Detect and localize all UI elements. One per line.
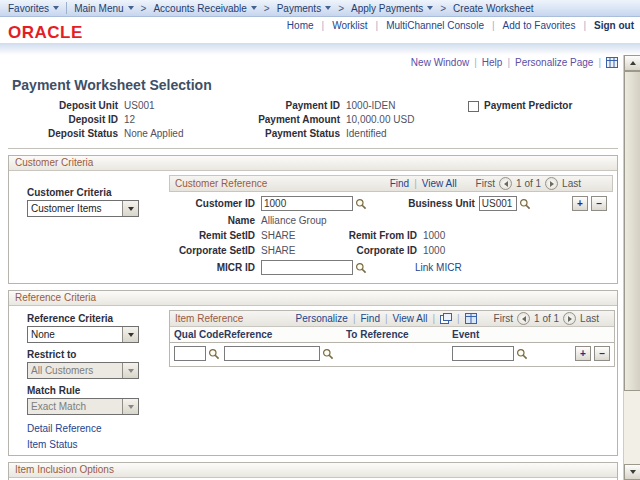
page-title: Payment Worksheet Selection — [12, 77, 623, 93]
separator — [492, 20, 495, 31]
business-unit-label: Business Unit — [408, 198, 475, 209]
corporate-row: Corporate SetID SHARE Corporate ID 1000 — [169, 245, 613, 256]
item-reference-strip: Item Reference Personalize Find View All — [170, 311, 614, 327]
micr-id-input[interactable] — [261, 260, 353, 275]
pager-prev-icon[interactable] — [499, 177, 512, 190]
customer-criteria-label: Customer Criteria — [27, 187, 167, 198]
find-link[interactable]: Find — [390, 178, 409, 189]
grid-pager: First 1 of 1 Last — [494, 312, 599, 325]
payment-status-value: Identified — [346, 127, 468, 141]
breadcrumb: Favorites Main Menu Accounts Receivable … — [0, 0, 640, 17]
scroll-down-button[interactable] — [624, 464, 640, 480]
payment-status-label: Payment Status — [246, 127, 346, 141]
breadcrumb-current-label: Create Worksheet — [453, 3, 533, 14]
payment-amount-label: Payment Amount — [246, 113, 346, 127]
personalize-page-link[interactable]: Personalize Page — [515, 57, 593, 68]
business-unit-input[interactable] — [479, 196, 517, 211]
page-grid-icon[interactable] — [606, 57, 618, 68]
lookup-icon[interactable] — [322, 348, 334, 360]
add-to-favorites-link[interactable]: Add to Favorites — [503, 20, 576, 31]
multichannel-console-link[interactable]: MultiChannel Console — [386, 20, 484, 31]
payment-id-label: Payment ID — [246, 99, 346, 113]
qual-code-input[interactable] — [174, 346, 206, 361]
lookup-icon[interactable] — [355, 198, 367, 210]
lookup-icon[interactable] — [516, 348, 528, 360]
micr-row: MICR ID Link MICR — [169, 260, 613, 275]
reference-criteria-selected-value: None — [28, 329, 122, 340]
vertical-scrollbar[interactable] — [623, 55, 640, 480]
name-row: Name Alliance Group — [169, 215, 613, 226]
customer-criteria-body: Customer Criteria Customer Items Custome… — [9, 171, 617, 283]
dropdown-button[interactable] — [122, 201, 138, 216]
pager-last-label: Last — [580, 313, 599, 324]
name-label: Name — [169, 215, 261, 226]
pager-next-icon[interactable] — [545, 177, 558, 190]
help-link[interactable]: Help — [482, 57, 503, 68]
scroll-up-button[interactable] — [624, 55, 640, 71]
restrict-to-selected-value: All Customers — [28, 365, 122, 376]
pager-position: 1 of 1 — [534, 313, 559, 324]
dropdown-arrow-icon — [53, 6, 59, 10]
dropdown-button — [122, 399, 138, 414]
home-link[interactable]: Home — [287, 20, 314, 31]
grid-find-link[interactable]: Find — [360, 313, 379, 324]
detail-reference-link[interactable]: Detail Reference — [27, 423, 101, 434]
reference-criteria-section: Reference Criteria Reference Criteria No… — [8, 290, 618, 456]
dropdown-button[interactable] — [122, 327, 138, 342]
customer-criteria-select[interactable]: Customer Items — [27, 200, 139, 217]
add-row-button[interactable]: + — [572, 196, 588, 211]
grid-view-all-link[interactable]: View All — [393, 313, 428, 324]
corporate-id-value: 1000 — [423, 245, 445, 256]
peoplesoft-window: Favorites Main Menu Accounts Receivable … — [0, 0, 640, 480]
main-menu[interactable]: Main Menu — [74, 3, 133, 14]
pager-next-icon[interactable] — [563, 312, 576, 325]
column-header-reference: Reference — [224, 329, 346, 340]
sign-out-link[interactable]: Sign out — [594, 20, 634, 31]
customer-id-input[interactable] — [261, 196, 353, 211]
remove-row-button[interactable]: – — [591, 196, 607, 211]
favorites-menu[interactable]: Favorites — [8, 3, 59, 14]
payment-predictor-label: Payment Predictor — [484, 99, 572, 113]
page-toolbar: New Window Help Personalize Page — [0, 54, 623, 68]
customer-criteria-selected-value: Customer Items — [28, 203, 122, 214]
name-value: Alliance Group — [261, 215, 327, 226]
dropdown-arrow-icon — [325, 6, 331, 10]
corporate-id-label: Corporate ID — [335, 245, 423, 256]
breadcrumb-item-accounts-receivable[interactable]: Accounts Receivable — [153, 3, 256, 14]
dropdown-arrow-icon — [128, 405, 134, 409]
reference-criteria-select[interactable]: None — [27, 326, 139, 343]
column-header-to-reference: To Reference — [346, 329, 452, 340]
pager-prev-icon[interactable] — [517, 312, 530, 325]
download-grid-icon[interactable] — [465, 313, 477, 324]
item-status-link[interactable]: Item Status — [27, 439, 78, 450]
add-row-button[interactable]: + — [575, 346, 591, 361]
payment-predictor-checkbox[interactable] — [468, 101, 479, 112]
scrollbar-thumb[interactable] — [624, 71, 640, 391]
breadcrumb-item-apply-payments[interactable]: Apply Payments — [351, 3, 433, 14]
view-all-link[interactable]: View All — [422, 178, 457, 189]
breadcrumb-label: Apply Payments — [351, 3, 423, 14]
lookup-icon[interactable] — [355, 262, 367, 274]
remit-from-id-label: Remit From ID — [335, 230, 423, 241]
link-micr-link[interactable]: Link MICR — [415, 262, 462, 273]
event-input[interactable] — [452, 346, 514, 361]
deposit-unit-value: US001 — [124, 99, 246, 113]
favorites-label: Favorites — [8, 3, 49, 14]
dropdown-arrow-icon — [128, 6, 134, 10]
worklist-link[interactable]: Worklist — [332, 20, 367, 31]
remove-row-button[interactable]: – — [594, 346, 610, 361]
payment-id-value: 1000-IDEN — [346, 99, 468, 113]
column-header-event: Event — [452, 329, 572, 340]
separator — [457, 313, 460, 324]
customer-reference-strip: Customer Reference Find View All First 1… — [169, 175, 613, 192]
lookup-icon[interactable] — [519, 198, 531, 210]
column-header-qual-code: Qual Code — [174, 329, 224, 340]
personalize-link[interactable]: Personalize — [296, 313, 348, 324]
reference-input[interactable] — [224, 346, 320, 361]
deposit-id-value: 12 — [124, 113, 246, 127]
breadcrumb-item-payments[interactable]: Payments — [277, 3, 331, 14]
new-window-link[interactable]: New Window — [411, 57, 469, 68]
grid-row: + – — [170, 343, 614, 366]
popout-grid-icon[interactable] — [440, 313, 452, 324]
lookup-icon[interactable] — [208, 348, 220, 360]
